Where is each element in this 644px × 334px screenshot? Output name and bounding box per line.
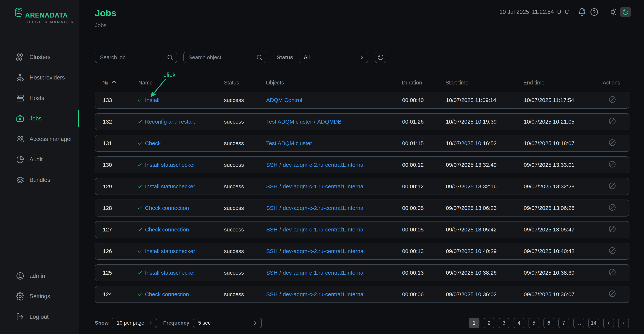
object-link[interactable]: dev-adqm-c-1.ru-central1.internal (283, 226, 365, 232)
object-link[interactable]: SSH (266, 226, 278, 232)
forbidden-icon[interactable] (608, 139, 616, 146)
forbidden-icon[interactable] (608, 204, 616, 211)
light-theme-button[interactable] (609, 8, 617, 16)
sidebar-item-label: Log out (30, 314, 48, 320)
dark-theme-button[interactable] (620, 7, 631, 17)
sidebar-item-admin[interactable]: admin (0, 270, 79, 282)
job-status: success (224, 97, 244, 103)
object-link[interactable]: ADQM Control (266, 97, 302, 103)
job-objects: SSH/dev-adqm-c-1.ru-central1.internal (266, 226, 365, 233)
object-link[interactable]: Test ADQM cluster (266, 140, 312, 146)
job-name-link[interactable]: Check connection (145, 291, 189, 298)
job-name-link[interactable]: Check (145, 140, 161, 146)
object-link[interactable]: SSH (266, 183, 278, 190)
object-link[interactable]: dev-adqm-c-2.ru-central1.internal (283, 205, 365, 211)
arenadata-logo[interactable]: ARENADATA CLUSTER MANAGER (14, 8, 74, 24)
jobs-icon (16, 114, 24, 123)
forbidden-icon[interactable] (608, 247, 616, 254)
forbidden-icon[interactable] (608, 290, 616, 298)
page-button-7[interactable]: 7 (558, 318, 569, 328)
sidebar-footer: admin Settings Log out (0, 270, 79, 332)
sidebar-item-logout[interactable]: Log out (0, 311, 79, 323)
prev-page-button[interactable] (603, 318, 614, 328)
search-object-box (183, 52, 266, 63)
next-page-button[interactable] (618, 318, 629, 328)
sidebar-item-hostproviders[interactable]: Hostproviders (0, 72, 79, 84)
object-separator: / (280, 205, 281, 211)
object-separator: / (280, 248, 281, 254)
page-button-5[interactable]: 5 (528, 318, 539, 328)
refresh-button[interactable] (375, 52, 386, 63)
page-button-2[interactable]: 2 (484, 318, 494, 328)
status-filter-select[interactable]: All (299, 52, 368, 63)
forbidden-icon[interactable] (608, 182, 616, 190)
job-name-cell: Check (137, 140, 161, 146)
object-link[interactable]: dev-adqm-c-2.ru-central1.internal (283, 162, 365, 168)
object-link[interactable]: SSH (266, 291, 278, 297)
forbidden-icon[interactable] (608, 96, 616, 104)
object-link[interactable]: ADQMDB (317, 118, 342, 125)
table-row: 130 Install statuschecker success SSH/de… (95, 156, 630, 173)
job-name-cell: Install statuschecker (137, 162, 195, 168)
object-link[interactable]: dev-adqm-c-1.ru-central1.internal (283, 270, 365, 276)
job-number: 124 (103, 291, 112, 298)
sidebar-item-clusters[interactable]: Clusters (0, 51, 79, 63)
forbidden-icon[interactable] (608, 117, 616, 125)
job-actions-cell (608, 204, 616, 213)
search-object-input[interactable] (183, 52, 266, 63)
job-start-time: 10/07/2025 11:09:14 (446, 97, 496, 103)
success-check-icon (137, 162, 142, 168)
forbidden-icon[interactable] (608, 225, 616, 233)
per-page-value: 10 per page (117, 320, 144, 326)
object-link[interactable]: SSH (266, 270, 278, 276)
sidebar-item-access-manager[interactable]: Access manager (0, 133, 79, 145)
object-link[interactable]: SSH (266, 205, 278, 211)
page-button-6[interactable]: 6 (544, 318, 554, 328)
sidebar-item-hosts[interactable]: Hosts (0, 92, 79, 104)
page-button-4[interactable]: 4 (514, 318, 524, 328)
sidebar-item-settings[interactable]: Settings (0, 290, 79, 302)
page-button-14[interactable]: 14 (588, 318, 599, 328)
table-row: 127 Check connection success SSH/dev-adq… (95, 221, 630, 238)
object-link[interactable]: SSH (266, 248, 278, 254)
job-name-link[interactable]: Reconfig and restart (145, 118, 195, 125)
job-status: success (224, 291, 244, 298)
job-name-link[interactable]: Install statuschecker (145, 270, 195, 276)
page-button-1[interactable]: 1 (469, 318, 480, 328)
page-button-3[interactable]: 3 (499, 318, 509, 328)
job-name-link[interactable]: Install statuschecker (145, 162, 195, 168)
job-name-link[interactable]: Check connection (145, 226, 189, 233)
notifications-button[interactable] (578, 8, 586, 16)
current-time: 11:22:54 (532, 9, 554, 15)
job-duration: 00:00:12 (402, 183, 424, 190)
sidebar-item-label: Access manager (30, 136, 72, 142)
frequency-select[interactable]: 5 sec (193, 318, 262, 328)
page-ellipsis[interactable]: … (573, 318, 584, 328)
sidebar-item-jobs[interactable]: Jobs (0, 113, 79, 124)
column-header-num[interactable]: № (102, 80, 117, 86)
object-link[interactable]: Test ADQM cluster (266, 118, 312, 125)
job-name-link[interactable]: Install statuschecker (145, 183, 195, 190)
job-start-time: 09/07/2025 13:05:42 (446, 226, 496, 233)
sidebar-item-label: Settings (30, 293, 50, 300)
object-link[interactable]: dev-adqm-c-1.ru-central1.internal (283, 183, 365, 190)
sidebar-item-bundles[interactable]: Bundles (0, 174, 79, 186)
object-link[interactable]: SSH (266, 162, 278, 168)
search-job-input[interactable] (95, 52, 177, 63)
job-name-link[interactable]: Install (145, 97, 160, 103)
job-start-time: 09/07/2025 13:32:16 (446, 183, 496, 190)
forbidden-icon[interactable] (608, 160, 616, 168)
object-link[interactable]: dev-adqm-c-2.ru-central1.internal (283, 248, 365, 254)
help-button[interactable] (590, 8, 598, 16)
forbidden-icon[interactable] (608, 268, 616, 276)
object-link[interactable]: dev-adqm-c-2.ru-central1.internal (283, 291, 365, 297)
table-row: 129 Install statuschecker success SSH/de… (95, 178, 630, 195)
job-status: success (224, 270, 244, 276)
job-name-link[interactable]: Install statuschecker (145, 248, 195, 254)
job-name-cell: Install statuschecker (137, 270, 195, 276)
job-name-cell: Reconfig and restart (137, 118, 195, 125)
per-page-select[interactable]: 10 per page (112, 318, 157, 328)
job-name-link[interactable]: Check connection (145, 205, 189, 211)
sidebar-item-audit[interactable]: Audit (0, 154, 79, 166)
success-check-icon (137, 270, 142, 275)
